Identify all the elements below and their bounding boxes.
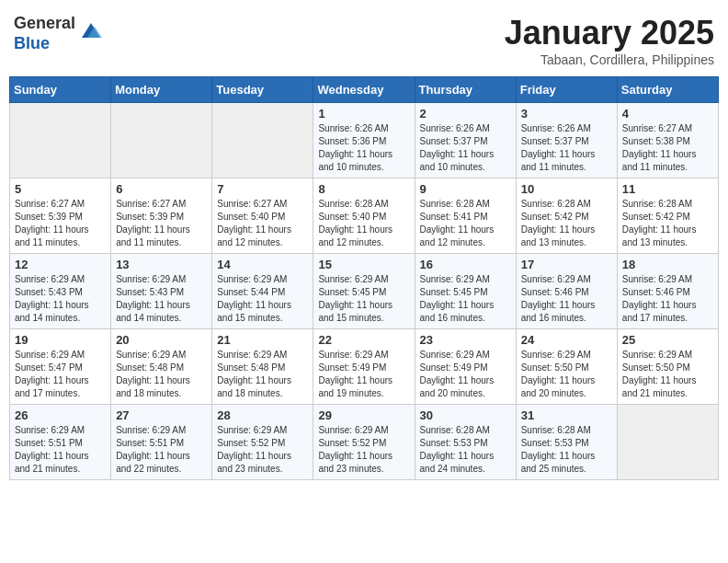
day-number: 23 bbox=[420, 333, 511, 347]
day-number: 13 bbox=[116, 258, 207, 271]
day-info: Sunrise: 6:29 AM Sunset: 5:43 PM Dayligh… bbox=[116, 273, 207, 325]
calendar-cell: 8Sunrise: 6:28 AM Sunset: 5:40 PM Daylig… bbox=[313, 178, 415, 254]
month-title: January 2025 bbox=[505, 14, 714, 52]
day-number: 20 bbox=[116, 333, 207, 347]
day-info: Sunrise: 6:28 AM Sunset: 5:41 PM Dayligh… bbox=[420, 198, 511, 249]
calendar-week-row: 12Sunrise: 6:29 AM Sunset: 5:43 PM Dayli… bbox=[10, 254, 719, 329]
calendar-table: SundayMondayTuesdayWednesdayThursdayFrid… bbox=[9, 76, 719, 480]
day-number: 9 bbox=[420, 182, 511, 196]
day-info: Sunrise: 6:26 AM Sunset: 5:37 PM Dayligh… bbox=[420, 122, 511, 174]
day-info: Sunrise: 6:28 AM Sunset: 5:53 PM Dayligh… bbox=[420, 424, 511, 476]
day-number: 16 bbox=[420, 258, 511, 271]
day-info: Sunrise: 6:27 AM Sunset: 5:38 PM Dayligh… bbox=[622, 122, 713, 174]
calendar-cell: 6Sunrise: 6:27 AM Sunset: 5:39 PM Daylig… bbox=[111, 178, 212, 254]
calendar-cell bbox=[617, 405, 718, 480]
day-info: Sunrise: 6:28 AM Sunset: 5:42 PM Dayligh… bbox=[622, 198, 713, 249]
day-number: 1 bbox=[318, 107, 409, 121]
day-header-friday: Friday bbox=[516, 77, 617, 103]
day-number: 4 bbox=[622, 107, 713, 121]
day-info: Sunrise: 6:29 AM Sunset: 5:45 PM Dayligh… bbox=[420, 273, 511, 325]
day-info: Sunrise: 6:29 AM Sunset: 5:49 PM Dayligh… bbox=[318, 349, 409, 400]
day-number: 17 bbox=[521, 258, 612, 271]
calendar-cell: 17Sunrise: 6:29 AM Sunset: 5:46 PM Dayli… bbox=[516, 254, 617, 329]
logo-general: General bbox=[14, 14, 75, 34]
day-number: 22 bbox=[318, 333, 409, 347]
calendar-cell: 12Sunrise: 6:29 AM Sunset: 5:43 PM Dayli… bbox=[10, 254, 111, 329]
day-number: 18 bbox=[622, 258, 713, 271]
day-header-monday: Monday bbox=[111, 77, 212, 103]
calendar-cell: 27Sunrise: 6:29 AM Sunset: 5:51 PM Dayli… bbox=[111, 405, 212, 480]
day-info: Sunrise: 6:29 AM Sunset: 5:45 PM Dayligh… bbox=[318, 273, 409, 325]
page-header: General Blue January 2025 Tabaan, Cordil… bbox=[9, 9, 719, 67]
calendar-cell: 20Sunrise: 6:29 AM Sunset: 5:48 PM Dayli… bbox=[111, 329, 212, 405]
day-info: Sunrise: 6:29 AM Sunset: 5:47 PM Dayligh… bbox=[15, 349, 106, 400]
calendar-cell: 28Sunrise: 6:29 AM Sunset: 5:52 PM Dayli… bbox=[212, 405, 313, 480]
day-number: 24 bbox=[521, 333, 612, 347]
day-number: 6 bbox=[116, 182, 207, 196]
day-number: 25 bbox=[622, 333, 713, 347]
day-number: 7 bbox=[217, 182, 308, 196]
day-info: Sunrise: 6:29 AM Sunset: 5:49 PM Dayligh… bbox=[420, 349, 511, 400]
day-info: Sunrise: 6:27 AM Sunset: 5:40 PM Dayligh… bbox=[217, 198, 308, 249]
calendar-week-row: 1Sunrise: 6:26 AM Sunset: 5:36 PM Daylig… bbox=[10, 103, 719, 178]
calendar-week-row: 26Sunrise: 6:29 AM Sunset: 5:51 PM Dayli… bbox=[10, 405, 719, 480]
calendar-cell: 19Sunrise: 6:29 AM Sunset: 5:47 PM Dayli… bbox=[10, 329, 111, 405]
day-info: Sunrise: 6:26 AM Sunset: 5:36 PM Dayligh… bbox=[318, 122, 409, 174]
day-info: Sunrise: 6:29 AM Sunset: 5:51 PM Dayligh… bbox=[116, 424, 207, 476]
day-info: Sunrise: 6:26 AM Sunset: 5:37 PM Dayligh… bbox=[521, 122, 612, 174]
day-info: Sunrise: 6:29 AM Sunset: 5:52 PM Dayligh… bbox=[318, 424, 409, 476]
day-number: 11 bbox=[622, 182, 713, 196]
title-block: January 2025 Tabaan, Cordillera, Philipp… bbox=[505, 14, 714, 67]
calendar-week-row: 19Sunrise: 6:29 AM Sunset: 5:47 PM Dayli… bbox=[10, 329, 719, 405]
day-info: Sunrise: 6:29 AM Sunset: 5:46 PM Dayligh… bbox=[521, 273, 612, 325]
logo-text: General Blue bbox=[14, 14, 75, 53]
day-number: 8 bbox=[318, 182, 409, 196]
calendar-cell: 23Sunrise: 6:29 AM Sunset: 5:49 PM Dayli… bbox=[415, 329, 516, 405]
day-number: 28 bbox=[217, 408, 308, 422]
calendar-cell: 1Sunrise: 6:26 AM Sunset: 5:36 PM Daylig… bbox=[313, 103, 415, 178]
logo-icon bbox=[78, 17, 104, 43]
calendar-cell: 24Sunrise: 6:29 AM Sunset: 5:50 PM Dayli… bbox=[516, 329, 617, 405]
day-info: Sunrise: 6:28 AM Sunset: 5:40 PM Dayligh… bbox=[318, 198, 409, 249]
calendar-cell: 13Sunrise: 6:29 AM Sunset: 5:43 PM Dayli… bbox=[111, 254, 212, 329]
day-info: Sunrise: 6:29 AM Sunset: 5:44 PM Dayligh… bbox=[217, 273, 308, 325]
day-header-tuesday: Tuesday bbox=[212, 77, 313, 103]
calendar-header-row: SundayMondayTuesdayWednesdayThursdayFrid… bbox=[10, 77, 719, 103]
day-header-saturday: Saturday bbox=[617, 77, 718, 103]
day-info: Sunrise: 6:29 AM Sunset: 5:48 PM Dayligh… bbox=[217, 349, 308, 400]
calendar-cell: 29Sunrise: 6:29 AM Sunset: 5:52 PM Dayli… bbox=[313, 405, 415, 480]
day-number: 15 bbox=[318, 258, 409, 271]
calendar-cell: 5Sunrise: 6:27 AM Sunset: 5:39 PM Daylig… bbox=[10, 178, 111, 254]
day-header-thursday: Thursday bbox=[415, 77, 516, 103]
calendar-cell: 18Sunrise: 6:29 AM Sunset: 5:46 PM Dayli… bbox=[617, 254, 718, 329]
calendar-cell: 3Sunrise: 6:26 AM Sunset: 5:37 PM Daylig… bbox=[516, 103, 617, 178]
day-info: Sunrise: 6:29 AM Sunset: 5:50 PM Dayligh… bbox=[622, 349, 713, 400]
day-number: 27 bbox=[116, 408, 207, 422]
calendar-cell: 10Sunrise: 6:28 AM Sunset: 5:42 PM Dayli… bbox=[516, 178, 617, 254]
day-info: Sunrise: 6:27 AM Sunset: 5:39 PM Dayligh… bbox=[15, 198, 106, 249]
day-number: 12 bbox=[15, 258, 106, 271]
day-info: Sunrise: 6:28 AM Sunset: 5:53 PM Dayligh… bbox=[521, 424, 612, 476]
calendar-cell bbox=[10, 103, 111, 178]
location-subtitle: Tabaan, Cordillera, Philippines bbox=[505, 52, 714, 67]
calendar-cell: 25Sunrise: 6:29 AM Sunset: 5:50 PM Dayli… bbox=[617, 329, 718, 405]
day-number: 29 bbox=[318, 408, 409, 422]
day-number: 26 bbox=[15, 408, 106, 422]
calendar-cell: 9Sunrise: 6:28 AM Sunset: 5:41 PM Daylig… bbox=[415, 178, 516, 254]
logo-blue: Blue bbox=[14, 34, 75, 54]
day-info: Sunrise: 6:29 AM Sunset: 5:46 PM Dayligh… bbox=[622, 273, 713, 325]
calendar-cell: 16Sunrise: 6:29 AM Sunset: 5:45 PM Dayli… bbox=[415, 254, 516, 329]
logo: General Blue bbox=[14, 14, 104, 53]
day-info: Sunrise: 6:29 AM Sunset: 5:52 PM Dayligh… bbox=[217, 424, 308, 476]
calendar-cell: 26Sunrise: 6:29 AM Sunset: 5:51 PM Dayli… bbox=[10, 405, 111, 480]
calendar-cell: 15Sunrise: 6:29 AM Sunset: 5:45 PM Dayli… bbox=[313, 254, 415, 329]
calendar-cell: 31Sunrise: 6:28 AM Sunset: 5:53 PM Dayli… bbox=[516, 405, 617, 480]
day-number: 19 bbox=[15, 333, 106, 347]
day-header-sunday: Sunday bbox=[10, 77, 111, 103]
calendar-cell: 21Sunrise: 6:29 AM Sunset: 5:48 PM Dayli… bbox=[212, 329, 313, 405]
day-number: 31 bbox=[521, 408, 612, 422]
day-info: Sunrise: 6:29 AM Sunset: 5:51 PM Dayligh… bbox=[15, 424, 106, 476]
calendar-cell: 4Sunrise: 6:27 AM Sunset: 5:38 PM Daylig… bbox=[617, 103, 718, 178]
day-number: 3 bbox=[521, 107, 612, 121]
calendar-cell: 30Sunrise: 6:28 AM Sunset: 5:53 PM Dayli… bbox=[415, 405, 516, 480]
